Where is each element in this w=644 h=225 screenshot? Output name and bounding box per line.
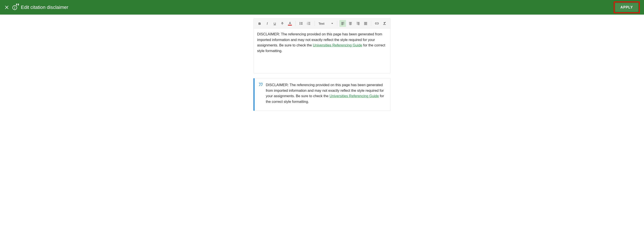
quote-icon	[258, 83, 263, 104]
align-center-button[interactable]	[347, 20, 354, 27]
svg-text:3: 3	[307, 24, 308, 25]
underline-button[interactable]: U	[272, 20, 278, 27]
header-bar: Edit citation disclaimer APPLY	[0, 0, 644, 14]
svg-rect-6	[301, 22, 303, 23]
close-icon	[4, 5, 9, 10]
svg-rect-10	[301, 24, 303, 25]
svg-rect-14	[308, 23, 310, 24]
close-button[interactable]	[4, 5, 9, 10]
toolbar-separator	[296, 21, 296, 26]
clear-format-icon	[382, 22, 386, 26]
align-right-icon	[356, 22, 360, 26]
toolbar-separator	[371, 21, 371, 26]
bold-button[interactable]: B	[256, 20, 263, 27]
svg-point-9	[300, 24, 300, 25]
numbered-list-icon: 123	[307, 22, 311, 26]
align-justify-icon	[364, 22, 368, 26]
svg-rect-16	[308, 24, 310, 25]
preview-link[interactable]: Universities Referencing Guide	[330, 94, 379, 98]
svg-point-5	[300, 22, 300, 23]
editor-toolbar: B I U A 123 Text	[254, 19, 390, 28]
header-left: Edit citation disclaimer	[4, 4, 68, 10]
toolbar-separator	[337, 21, 337, 26]
svg-rect-22	[349, 23, 351, 24]
svg-rect-25	[356, 22, 360, 22]
svg-rect-17	[341, 22, 344, 22]
align-right-button[interactable]	[354, 20, 361, 27]
preview-text: DISCLAIMER: The referencing provided on …	[266, 82, 386, 104]
italic-button[interactable]: I	[264, 20, 270, 27]
bullet-list-button[interactable]	[298, 20, 305, 27]
svg-rect-33	[383, 24, 386, 25]
chevron-down-icon	[331, 23, 333, 24]
svg-rect-29	[364, 22, 367, 22]
svg-rect-31	[364, 24, 367, 24]
svg-rect-24	[349, 24, 351, 25]
link-icon	[375, 22, 379, 26]
svg-line-34	[384, 22, 386, 24]
svg-rect-27	[356, 24, 360, 24]
svg-rect-32	[364, 24, 367, 25]
apply-highlight-box: APPLY	[614, 2, 640, 13]
preview-card: DISCLAIMER: The referencing provided on …	[254, 78, 390, 111]
editor-link[interactable]: Universities Referencing Guide	[313, 43, 362, 47]
svg-rect-18	[341, 23, 343, 24]
align-left-icon	[341, 22, 345, 26]
svg-rect-12	[308, 22, 310, 22]
align-center-icon	[348, 22, 352, 26]
svg-rect-21	[349, 22, 352, 22]
editor-card: B I U A 123 Text	[254, 18, 390, 73]
apply-button[interactable]: APPLY	[615, 3, 638, 12]
info-quote-icon	[12, 4, 18, 10]
align-left-button[interactable]	[339, 20, 346, 27]
svg-rect-8	[301, 23, 303, 24]
text-color-button[interactable]: A	[287, 20, 293, 27]
svg-rect-26	[358, 23, 359, 24]
bullet-list-icon	[299, 22, 303, 26]
text-format-dropdown[interactable]: Text	[317, 20, 335, 27]
svg-rect-23	[349, 24, 352, 24]
strikethrough-icon	[280, 22, 284, 26]
header-title: Edit citation disclaimer	[21, 4, 68, 10]
link-button[interactable]	[374, 20, 380, 27]
svg-rect-28	[358, 24, 359, 25]
svg-rect-30	[364, 23, 367, 24]
svg-rect-20	[341, 24, 343, 25]
text-format-label: Text	[318, 22, 324, 26]
numbered-list-button[interactable]: 123	[306, 20, 312, 27]
clear-format-button[interactable]	[381, 20, 388, 27]
align-justify-button[interactable]	[362, 20, 369, 27]
editor-textarea[interactable]: DISCLAIMER: The referencing provided on …	[254, 28, 390, 73]
svg-rect-19	[341, 24, 344, 24]
svg-point-7	[300, 23, 300, 24]
strikethrough-button[interactable]	[279, 20, 286, 27]
